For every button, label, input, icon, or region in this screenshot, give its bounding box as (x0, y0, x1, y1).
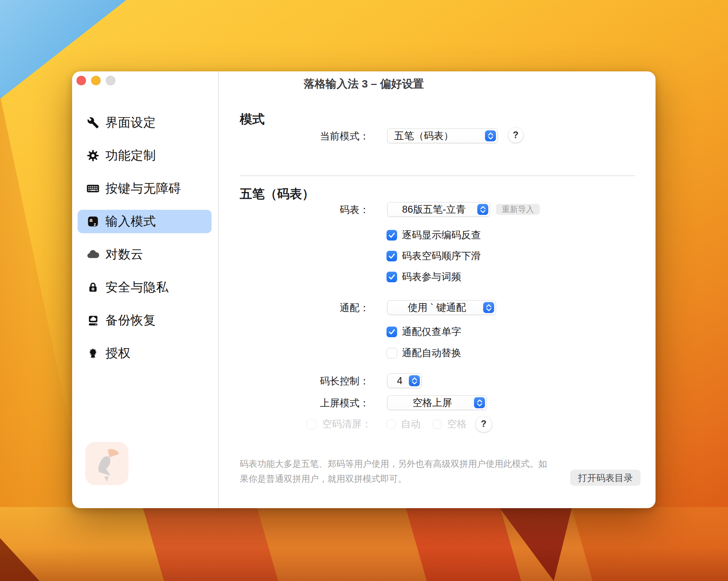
sidebar-item-cloud[interactable]: 对数云 (78, 243, 212, 266)
sidebar-item-features[interactable]: 功能定制 (78, 144, 212, 167)
option-row: 码表参与词频 (387, 271, 461, 282)
lock-icon (86, 281, 100, 294)
current-mode-value: 五笔（码表） (388, 129, 485, 142)
wildcard-label: 通配： (240, 301, 369, 315)
option-row: 码表空码顺序下滑 (387, 250, 481, 261)
code-table-popup[interactable]: 86版五笔-立青 (387, 202, 490, 217)
sidebar-divider (218, 71, 219, 508)
current-mode-label: 当前模式： (240, 129, 369, 143)
option-row: 逐码显示编码反查 (387, 230, 481, 241)
gear-icon (86, 149, 100, 162)
code-length-popup[interactable]: 4 (387, 373, 422, 388)
rosette-icon (86, 347, 100, 360)
sidebar-item-label: 功能定制 (105, 147, 156, 164)
checkbox-word-frequency[interactable] (387, 272, 397, 282)
checkbox-empty-slide[interactable] (387, 251, 397, 261)
stepper-icon (409, 375, 420, 386)
commit-mode-label: 上屏模式： (240, 396, 369, 410)
code-length-label: 码长控制： (240, 374, 369, 388)
sidebar-item-security[interactable]: 安全与隐私 (78, 276, 212, 299)
desktop: 落格输入法 3 – 偏好设置 界面设定 (0, 0, 728, 581)
checkbox-label: 通配仅查单字 (402, 326, 461, 337)
sidebar-item-keys[interactable]: 按键与无障碍 (78, 177, 212, 200)
code-length-value: 4 (388, 375, 409, 387)
sidebar-item-label: 授权 (105, 345, 131, 362)
wrench-icon (86, 116, 100, 129)
cloud-icon (86, 248, 100, 261)
checkbox-wildcard-autoreplace[interactable] (387, 348, 397, 358)
wallpaper-bottom-band (0, 507, 728, 581)
section-divider (240, 175, 635, 176)
keyboard-icon (86, 182, 100, 195)
section-heading-wubi: 五笔（码表） (240, 186, 314, 202)
sidebar-item-license[interactable]: 授权 (78, 342, 212, 365)
current-mode-popup[interactable]: 五笔（码表） (387, 129, 498, 143)
code-table-value: 86版五笔-立青 (388, 203, 477, 216)
radio-space-label: 空格 (447, 418, 467, 429)
open-table-dir-button[interactable]: 打开码表目录 (570, 470, 641, 486)
checkbox-label: 逐码显示编码反查 (402, 230, 481, 241)
radio-auto (386, 419, 396, 429)
section-heading-mode: 模式 (240, 111, 265, 128)
sidebar-item-interface[interactable]: 界面设定 (78, 111, 212, 134)
empty-clear-label: 空码清屏： (322, 418, 372, 429)
empty-code-row: 空码清屏： 自动 空格 ? (307, 418, 492, 430)
sidebar-item-label: 按键与无障碍 (105, 180, 181, 197)
svg-text:z: z (94, 221, 96, 227)
sidebar-item-label: 备份恢复 (105, 312, 156, 329)
checkbox-wildcard-single[interactable] (387, 327, 397, 337)
sidebar-item-label: 对数云 (105, 246, 143, 263)
window-title: 落格输入法 3 – 偏好设置 (72, 76, 656, 92)
checkbox-label: 码表参与词频 (402, 271, 461, 282)
footer-note: 码表功能大多是五笔、郑码等用户使用，另外也有高级双拼用户使用此模式。如果你是普通… (240, 456, 554, 486)
mode-help-button[interactable]: ? (508, 127, 523, 143)
character-book-icon: a z (86, 215, 100, 228)
stepper-icon (474, 397, 485, 408)
checkbox-label: 码表空码顺序下滑 (402, 250, 481, 261)
wallpaper-shade (0, 507, 728, 581)
checkbox-label: 通配自动替换 (402, 347, 461, 358)
wildcard-value: 使用 ` 键通配 (388, 301, 483, 314)
checkbox-code-lookup[interactable] (387, 230, 397, 241)
preferences-window: 落格输入法 3 – 偏好设置 界面设定 (72, 71, 656, 508)
stepper-icon (485, 130, 496, 141)
empty-clear-help-button[interactable]: ? (475, 416, 492, 432)
code-table-label: 码表： (240, 203, 369, 217)
sidebar-item-label: 界面设定 (105, 114, 156, 131)
option-row: 通配仅查单字 (387, 326, 461, 337)
radio-space (432, 419, 442, 429)
sidebar-item-label: 输入模式 (105, 213, 156, 230)
sidebar-item-input-mode[interactable]: a z 输入模式 (78, 210, 212, 233)
sidebar-item-backup[interactable]: 备份恢复 (78, 309, 212, 332)
backup-drive-icon (86, 314, 100, 327)
checkbox-empty-clear (307, 419, 317, 429)
svg-text:a: a (89, 217, 93, 223)
option-row: 通配自动替换 (387, 347, 461, 358)
wildcard-popup[interactable]: 使用 ` 键通配 (387, 300, 496, 315)
stepper-icon (477, 204, 488, 215)
reimport-button[interactable]: 重新导入 (496, 204, 540, 215)
commit-mode-popup[interactable]: 空格上屏 (387, 395, 487, 410)
app-logo-watermark (85, 442, 128, 485)
commit-mode-value: 空格上屏 (388, 396, 474, 409)
radio-auto-label: 自动 (401, 418, 421, 429)
sidebar-item-label: 安全与隐私 (105, 279, 169, 296)
stepper-icon (483, 302, 494, 313)
